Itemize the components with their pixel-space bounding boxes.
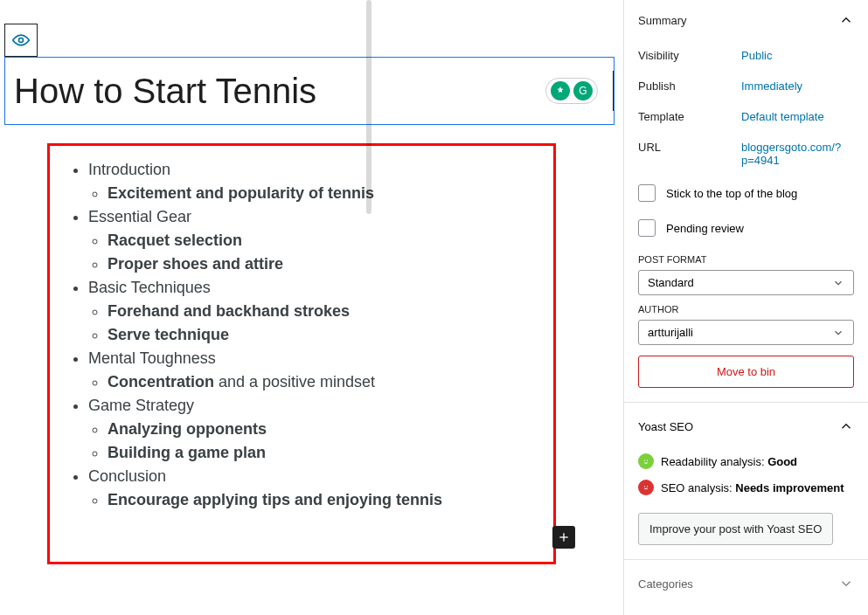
chevron-up-icon <box>838 418 854 434</box>
svg-point-0 <box>19 38 24 43</box>
template-value[interactable]: Default template <box>741 110 854 123</box>
move-to-bin-button[interactable]: Move to bin <box>638 356 854 388</box>
list-item: Encourage applying tips and enjoying ten… <box>108 488 536 512</box>
chevron-down-icon <box>832 327 844 339</box>
stick-label: Stick to the top of the blog <box>666 187 797 200</box>
post-format-select[interactable]: Standard <box>638 270 854 295</box>
visibility-value[interactable]: Public <box>741 49 854 62</box>
list-item: Concentration and a positive mindset <box>108 370 536 394</box>
list-item: Essential Gear Racquet selection Proper … <box>88 205 536 276</box>
url-label: URL <box>638 141 741 154</box>
post-title: How to Start Tennis <box>14 72 613 111</box>
list-item: Analyzing opponents <box>108 418 536 441</box>
sidebar: Summary Visibility Public Publish Immedi… <box>623 0 868 615</box>
title-block[interactable]: How to Start Tennis G <box>4 57 615 125</box>
summary-toggle[interactable]: Summary <box>624 0 868 40</box>
chevron-down-icon <box>832 277 844 289</box>
list-item: Racquet selection <box>108 229 536 252</box>
scrollbar[interactable] <box>366 0 372 214</box>
list-item: Introduction Excitement and popularity o… <box>88 158 536 205</box>
template-label: Template <box>638 110 741 123</box>
author-label: AUTHOR <box>638 295 854 320</box>
publish-value[interactable]: Immediately <box>741 79 854 93</box>
chevron-up-icon <box>838 12 854 28</box>
list-item: Proper shoes and attire <box>108 252 536 276</box>
grammarly-toolbar[interactable]: G <box>545 78 598 104</box>
svg-rect-2 <box>559 536 567 537</box>
pending-label: Pending review <box>666 222 744 235</box>
author-select[interactable]: artturijalli <box>638 320 854 345</box>
yoast-toggle[interactable]: Yoast SEO <box>624 403 868 448</box>
list-item: Game Strategy Analyzing opponents Buildi… <box>88 394 536 465</box>
categories-toggle[interactable]: Categories <box>624 559 868 595</box>
list-item: Conclusion Encourage applying tips and e… <box>88 465 536 512</box>
plus-icon <box>557 530 571 544</box>
panel-title: Summary <box>638 14 687 27</box>
eye-icon <box>12 31 30 49</box>
frown-icon <box>638 480 654 495</box>
smile-icon <box>638 453 654 469</box>
panel-title: Yoast SEO <box>638 420 693 433</box>
editor-area: How to Start Tennis G Introduction Excit… <box>0 0 619 615</box>
post-format-value: Standard <box>648 276 694 289</box>
list-item: Excitement and popularity of tennis <box>108 182 536 205</box>
publish-label: Publish <box>638 79 741 93</box>
svg-point-3 <box>644 460 645 461</box>
outline-list: Introduction Excitement and popularity o… <box>67 158 536 512</box>
chevron-down-icon <box>838 576 854 591</box>
list-item: Mental Toughness Concentration and a pos… <box>88 347 536 394</box>
svg-point-6 <box>647 487 648 487</box>
readability-text: Readability analysis: Good <box>661 455 797 468</box>
visibility-label: Visibility <box>638 49 741 62</box>
content-block[interactable]: Introduction Excitement and popularity o… <box>47 143 556 564</box>
grammarly-suggest-icon <box>551 81 570 100</box>
author-value: artturijalli <box>648 326 693 339</box>
svg-point-5 <box>644 487 645 487</box>
list-item: Building a game plan <box>108 441 536 465</box>
list-item: Serve technique <box>108 323 536 347</box>
add-block-button[interactable] <box>552 526 575 549</box>
improve-yoast-button[interactable]: Improve your post with Yoast SEO <box>638 513 833 545</box>
preview-button[interactable] <box>4 24 38 57</box>
text-cursor <box>613 71 614 111</box>
list-item: Basic Techniques Forehand and backhand s… <box>88 276 536 347</box>
seo-text: SEO analysis: Needs improvement <box>661 481 844 494</box>
list-item: Forehand and backhand strokes <box>108 300 536 323</box>
svg-point-4 <box>647 460 648 461</box>
pending-checkbox[interactable] <box>638 219 656 237</box>
summary-panel: Summary Visibility Public Publish Immedi… <box>624 0 868 403</box>
url-value[interactable]: bloggersgoto.com/?p=4941 <box>741 141 854 167</box>
post-format-label: POST FORMAT <box>638 245 854 270</box>
stick-checkbox[interactable] <box>638 184 656 202</box>
grammarly-status-icon: G <box>573 81 593 100</box>
panel-title: Categories <box>638 577 693 591</box>
